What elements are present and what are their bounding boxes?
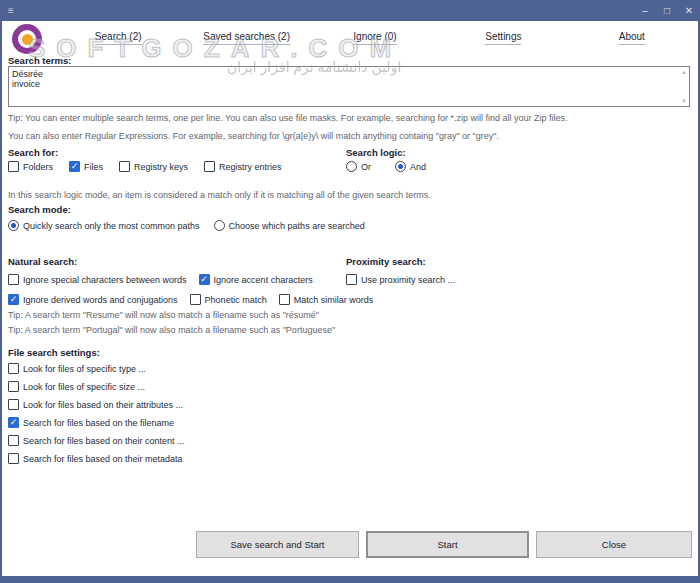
checkbox-box-checked [69,161,80,172]
checkbox-box-checked [8,417,19,428]
checkbox-phonetic-match[interactable]: Phonetic match [190,294,267,305]
checkbox-attributes-label: Look for files based on their attributes… [23,400,183,410]
radio-quick-search-label: Quickly search only the most common path… [23,221,200,231]
tab-settings[interactable]: Settings [439,21,567,54]
checkbox-specific-type[interactable]: Look for files of specific type ... [8,363,146,374]
file-search-row: Look for files of specific size ... [8,381,145,392]
radio-circle [346,161,357,172]
logo-ring [18,30,36,48]
proximity-search-heading: Proximity search: [346,256,426,267]
checkbox-registry-entries-label: Registry entries [219,162,282,172]
checkbox-box-checked [199,274,210,285]
tab-bar: Search (2) Saved searches (2) Ignore (0)… [54,21,696,54]
checkbox-specific-size[interactable]: Look for files of specific size ... [8,381,145,392]
tab-about-label: About [619,31,645,45]
checkbox-match-similar-words-label: Match similar words [294,295,374,305]
start-button[interactable]: Start [366,531,529,558]
search-logic-options: Or And [346,161,426,172]
tab-search[interactable]: Search (2) [54,21,182,54]
titlebar-controls: – □ ✕ [634,0,700,21]
checkbox-use-proximity-search-label: Use proximity search ... [361,275,455,285]
tab-about[interactable]: About [568,21,696,54]
checkbox-box [190,294,201,305]
file-search-row: Search for files based on their metadata [8,453,183,464]
checkbox-box [346,274,357,285]
checkbox-registry-keys-label: Registry keys [134,162,188,172]
radio-and[interactable]: And [395,161,426,172]
checkbox-box [8,363,19,374]
radio-choose-paths[interactable]: Choose which paths are searched [214,220,365,231]
checkbox-box [8,274,19,285]
tab-saved-searches[interactable]: Saved searches (2) [182,21,310,54]
search-logic-heading: Search logic: [346,147,406,158]
natural-search-row2: Ignore derived words and conjugations Ph… [8,294,373,305]
checkbox-filename[interactable]: Search for files based on the filename [8,417,174,428]
search-for-options: Folders Files Registry keys Registry ent… [8,161,282,172]
file-search-row: Search for files based on the filename [8,417,174,428]
search-for-heading: Search for: [8,147,58,158]
checkbox-box [8,161,19,172]
checkbox-box [8,381,19,392]
radio-circle [214,220,225,231]
checkbox-folders[interactable]: Folders [8,161,53,172]
textarea-scroll-up-icon[interactable]: ▲ [681,69,687,75]
checkbox-box [8,435,19,446]
checkbox-specific-type-label: Look for files of specific type ... [23,364,146,374]
checkbox-box [204,161,215,172]
minimize-button[interactable]: – [634,0,656,21]
search-terms-heading: Search terms: [8,55,71,66]
search-mode-options: Quickly search only the most common path… [8,220,365,231]
checkbox-ignore-derived-words[interactable]: Ignore derived words and conjugations [8,294,178,305]
file-search-settings-heading: File search settings: [8,347,100,358]
tab-ignore[interactable]: Ignore (0) [311,21,439,54]
natural-search-tip2: Tip: A search term "Portugal" will now a… [8,325,335,335]
checkbox-attributes[interactable]: Look for files based on their attributes… [8,399,183,410]
checkbox-ignore-derived-words-label: Ignore derived words and conjugations [23,295,178,305]
checkbox-phonetic-match-label: Phonetic match [205,295,267,305]
search-terms-tip1: Tip: You can enter multiple search terms… [8,113,567,123]
window-menu-icon[interactable]: ≡ [8,6,14,16]
logo-dot [22,34,33,45]
search-mode-heading: Search mode: [8,204,71,215]
maximize-button[interactable]: □ [656,0,678,21]
search-terms-input[interactable]: Désirée invoice [8,66,690,107]
tab-settings-label: Settings [485,31,521,45]
checkbox-ignore-special-chars-label: Ignore special characters between words [23,275,187,285]
file-search-row: Look for files of specific type ... [8,363,146,374]
checkbox-metadata[interactable]: Search for files based on their metadata [8,453,183,464]
textarea-scroll-down-icon[interactable]: ▼ [681,98,687,104]
radio-circle-selected [395,161,406,172]
checkbox-registry-entries[interactable]: Registry entries [204,161,282,172]
app-logo-icon [12,24,42,54]
checkbox-box [279,294,290,305]
checkbox-ignore-special-chars[interactable]: Ignore special characters between words [8,274,187,285]
checkbox-files[interactable]: Files [69,161,103,172]
checkbox-ignore-accents-label: Ignore accent characters [214,275,313,285]
checkbox-content[interactable]: Search for files based on their content … [8,435,185,446]
checkbox-registry-keys[interactable]: Registry keys [119,161,188,172]
checkbox-folders-label: Folders [23,162,53,172]
checkbox-ignore-accents[interactable]: Ignore accent characters [199,274,313,285]
titlebar-close-button[interactable]: ✕ [678,0,700,21]
checkbox-match-similar-words[interactable]: Match similar words [279,294,374,305]
checkbox-files-label: Files [84,162,103,172]
save-search-and-start-button[interactable]: Save search and Start [196,531,359,558]
search-terms-wrap: Désirée invoice ▲ ▼ [8,66,690,107]
checkbox-use-proximity-search[interactable]: Use proximity search ... [346,274,455,285]
close-button[interactable]: Close [536,531,692,558]
radio-choose-paths-label: Choose which paths are searched [229,221,365,231]
radio-and-label: And [410,162,426,172]
tab-saved-searches-label: Saved searches (2) [203,31,290,45]
radio-or[interactable]: Or [346,161,371,172]
natural-search-heading: Natural search: [8,256,77,267]
search-logic-note: In this search logic mode, an item is co… [8,190,431,200]
checkbox-box-checked [8,294,19,305]
checkbox-filename-label: Search for files based on the filename [23,418,174,428]
checkbox-metadata-label: Search for files based on their metadata [23,454,183,464]
radio-quick-search[interactable]: Quickly search only the most common path… [8,220,200,231]
file-search-row: Search for files based on their content … [8,435,185,446]
proximity-search-row: Use proximity search ... [346,274,455,285]
checkbox-content-label: Search for files based on their content … [23,436,185,446]
tab-search-label: Search (2) [95,31,142,45]
checkbox-box [8,399,19,410]
